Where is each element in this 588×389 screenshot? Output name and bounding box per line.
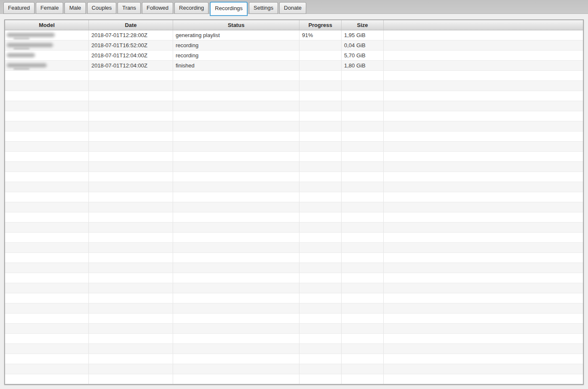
cell-status (173, 142, 299, 151)
redacted-model-smudge (13, 68, 29, 70)
cell-model (5, 223, 89, 232)
cell-empty (384, 131, 583, 141)
cell-progress (299, 263, 342, 273)
cell-status (173, 243, 299, 252)
cell-size (342, 283, 384, 293)
tab-donate[interactable]: Donate (279, 2, 306, 14)
cell-size (342, 374, 384, 384)
redacted-model-smudge (13, 38, 29, 39)
cell-status (173, 314, 299, 323)
cell-model (5, 162, 89, 172)
cell-model (5, 354, 89, 364)
cell-size (342, 334, 384, 343)
tab-female[interactable]: Female (36, 2, 63, 14)
cell-model (5, 152, 89, 161)
tab-couples[interactable]: Couples (87, 2, 117, 14)
tab-recording[interactable]: Recording (174, 2, 208, 14)
cell-status: recording (173, 51, 299, 60)
table-row-empty (5, 233, 583, 243)
cell-empty (384, 233, 583, 242)
cell-empty (384, 334, 583, 343)
column-header-status[interactable]: Status (173, 20, 299, 30)
cell-date (89, 314, 173, 323)
cell-model (5, 364, 89, 374)
cell-date: 2018-07-01T12:04:00Z (89, 51, 173, 60)
cell-date (89, 354, 173, 364)
table-row-empty (5, 223, 583, 233)
cell-empty (384, 101, 583, 111)
table-row-empty (5, 192, 583, 202)
cell-progress (299, 253, 342, 263)
cell-progress (299, 293, 342, 303)
cell-size (342, 152, 384, 161)
cell-status (173, 354, 299, 364)
table-row-empty (5, 293, 583, 303)
cell-progress (299, 324, 342, 333)
cell-progress (299, 71, 342, 80)
cell-size (342, 233, 384, 242)
cell-empty (384, 293, 583, 303)
cell-progress (299, 273, 342, 283)
cell-model (5, 142, 89, 151)
cell-date (89, 202, 173, 212)
cell-date: 2018-07-01T12:28:00Z (89, 30, 173, 40)
cell-empty (384, 263, 583, 273)
cell-model (5, 131, 89, 141)
tab-trans[interactable]: Trans (118, 2, 141, 14)
cell-size (342, 142, 384, 151)
column-header-date[interactable]: Date (89, 20, 173, 30)
table-row-empty (5, 314, 583, 324)
column-header-empty[interactable] (384, 20, 583, 30)
cell-date (89, 344, 173, 354)
cell-model (5, 101, 89, 111)
redacted-model-name (7, 53, 35, 57)
cell-model (5, 263, 89, 273)
cell-progress (299, 334, 342, 343)
cell-model (5, 273, 89, 283)
cell-date: 2018-07-01T12:04:00Z (89, 61, 173, 70)
cell-empty (384, 121, 583, 131)
redacted-model-smudge (13, 48, 29, 49)
cell-empty (384, 81, 583, 91)
cell-progress (299, 142, 342, 151)
table-row[interactable]: 2018-07-01T16:52:00Zrecording0,04 GiB (5, 40, 583, 51)
cell-status (173, 81, 299, 91)
cell-size: 0,04 GiB (342, 40, 384, 50)
cell-status (173, 71, 299, 80)
table-row-empty (5, 354, 583, 364)
cell-date (89, 334, 173, 343)
cell-date (89, 263, 173, 273)
cell-progress (299, 283, 342, 293)
cell-size: 5,70 GiB (342, 51, 384, 60)
cell-progress (299, 81, 342, 91)
tab-settings[interactable]: Settings (249, 2, 278, 14)
cell-progress (299, 121, 342, 131)
cell-status (173, 192, 299, 202)
column-header-size[interactable]: Size (342, 20, 384, 30)
cell-progress (299, 51, 342, 60)
column-header-model[interactable]: Model (5, 20, 89, 30)
cell-size (342, 354, 384, 364)
cell-empty (384, 61, 583, 70)
tab-recordings[interactable]: Recordings (210, 2, 248, 16)
table-row[interactable]: 2018-07-01T12:28:00Zgenerating playlist9… (5, 30, 583, 40)
recordings-pane: ModelDateStatusProgressSize 2018-07-01T1… (0, 14, 588, 389)
cell-date (89, 111, 173, 121)
table-row[interactable]: 2018-07-01T12:04:00Zfinished1,80 GiB (5, 61, 583, 71)
cell-date (89, 192, 173, 202)
redacted-model-name (7, 33, 55, 37)
tab-featured[interactable]: Featured (3, 2, 35, 14)
tab-male[interactable]: Male (64, 2, 86, 14)
column-header-progress[interactable]: Progress (299, 20, 342, 30)
cell-size (342, 303, 384, 313)
cell-model (5, 172, 89, 182)
cell-empty (384, 303, 583, 313)
cell-size (342, 273, 384, 283)
cell-date (89, 152, 173, 161)
table-row-empty (5, 81, 583, 91)
cell-size (342, 81, 384, 91)
table-row[interactable]: 2018-07-01T12:04:00Zrecording5,70 GiB (5, 51, 583, 61)
table-row-empty (5, 121, 583, 131)
tab-followed[interactable]: Followed (142, 2, 173, 14)
cell-date (89, 101, 173, 111)
